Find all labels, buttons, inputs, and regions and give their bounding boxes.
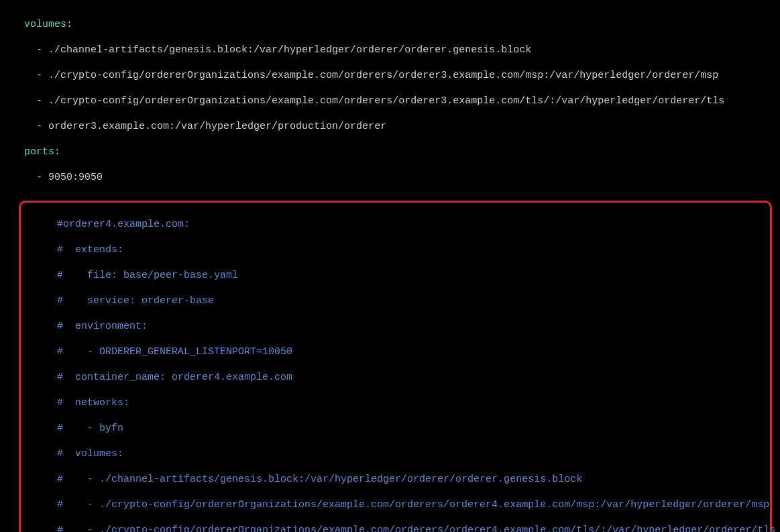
comment-line: # volumes:: [21, 447, 770, 460]
highlighted-region: #orderer4.example.com: # extends: # file…: [19, 201, 772, 532]
yaml-volume-item: - ./crypto-config/ordererOrganizations/e…: [0, 69, 780, 82]
comment-line: # file: base/peer-base.yaml: [21, 269, 770, 282]
comment-line: # extends:: [21, 244, 770, 256]
yaml-volume-item: - ./crypto-config/ordererOrganizations/e…: [0, 95, 780, 107]
comment-line: # - ORDERER_GENERAL_LISTENPORT=10050: [21, 345, 770, 358]
yaml-port-item: - 9050:9050: [0, 171, 780, 184]
comment-line: # service: orderer-base: [21, 295, 770, 307]
comment-line: # networks:: [21, 396, 770, 409]
comment-line: # environment:: [21, 320, 770, 333]
yaml-volume-item: - ./channel-artifacts/genesis.block:/var…: [0, 44, 780, 56]
yaml-volume-item: - orderer3.example.com:/var/hyperledger/…: [0, 120, 780, 133]
yaml-volumes-key: volumes:: [0, 18, 780, 31]
comment-line: # container_name: orderer4.example.com: [21, 371, 770, 384]
comment-line: #orderer4.example.com:: [21, 218, 770, 231]
comment-line: # - ./channel-artifacts/genesis.block:/v…: [21, 473, 770, 486]
comment-line: # - ./crypto-config/ordererOrganizations…: [21, 524, 770, 532]
yaml-ports-key: ports:: [0, 146, 780, 158]
comment-line: # - byfn: [21, 422, 770, 435]
code-editor[interactable]: volumes: - ./channel-artifacts/genesis.b…: [0, 5, 780, 532]
comment-line: # - ./crypto-config/ordererOrganizations…: [21, 498, 770, 511]
